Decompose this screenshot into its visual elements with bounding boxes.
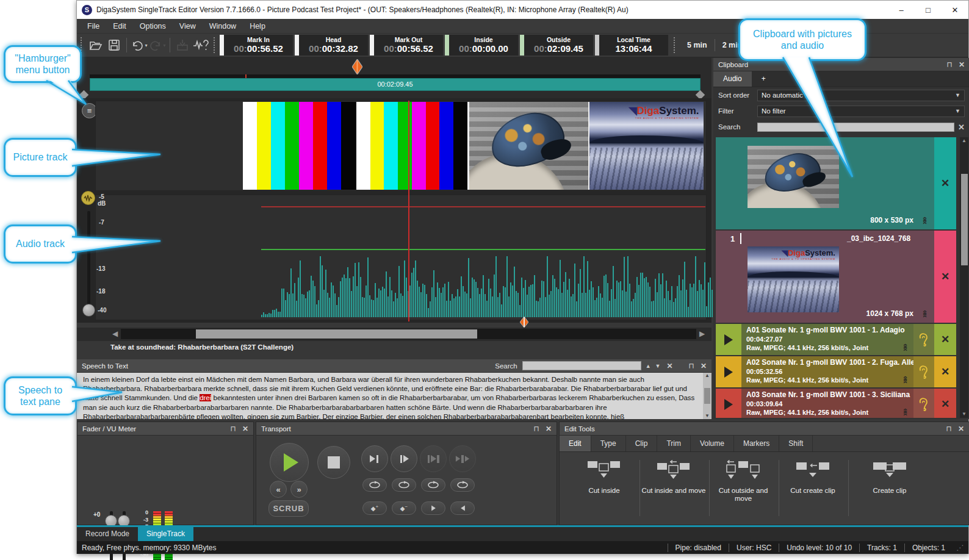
stop-button[interactable]: [317, 446, 350, 479]
maximize-button[interactable]: □: [915, 1, 942, 19]
volume-envelope-line[interactable]: [261, 249, 705, 250]
close-button[interactable]: ✕: [942, 1, 968, 19]
search-prev-icon[interactable]: ▲: [646, 363, 651, 369]
toolbar-grip2[interactable]: [214, 37, 217, 53]
tab-clip[interactable]: Clip: [626, 436, 658, 451]
colorbar-image-2[interactable]: [355, 102, 467, 190]
lizard-picture[interactable]: [467, 102, 589, 190]
delete-item-icon[interactable]: ✕: [934, 137, 956, 229]
speech-scrollbar[interactable]: ▲ ▼: [703, 373, 711, 419]
clipboard-scroll-down-icon[interactable]: ▼: [962, 411, 967, 418]
loop-button-3[interactable]: [421, 478, 445, 492]
forward-button[interactable]: »: [290, 481, 308, 498]
speech-transcript[interactable]: In einem kleinen Dorf da lebte einst ein…: [77, 373, 703, 419]
edit-tools-pin-icon[interactable]: ⊓: [946, 425, 952, 433]
lizard-thumbnail[interactable]: [747, 146, 839, 208]
audio-track[interactable]: [95, 195, 707, 320]
track-gain-slider[interactable]: [87, 211, 90, 307]
play-from-mark-button[interactable]: [391, 445, 417, 472]
save-icon[interactable]: [105, 36, 123, 54]
time-field-mark-out[interactable]: Mark Out 00:00:56.52: [370, 35, 443, 56]
clipboard-scroll-up-icon[interactable]: ▲: [962, 137, 967, 145]
time-field-head[interactable]: Head 00:00:32.82: [295, 35, 368, 56]
menu-file[interactable]: File: [81, 19, 106, 34]
clipboard-item[interactable]: A01 Sonate Nr. 1 g-moll BWV 1001 - 1. Ad…: [716, 324, 956, 355]
tab-volume[interactable]: Volume: [691, 436, 734, 451]
fader-pin-icon[interactable]: ⊓: [231, 425, 236, 433]
tab-edit[interactable]: Edit: [560, 436, 591, 451]
time-field-local-time[interactable]: Local Time 13:06:44: [595, 35, 668, 56]
transport-pin-icon[interactable]: ⊓: [534, 425, 539, 433]
menu-edit[interactable]: Edit: [106, 19, 133, 34]
highlighted-word[interactable]: drei: [200, 394, 211, 401]
expand-icon[interactable]: ««: [920, 217, 929, 223]
next-marker-button[interactable]: [421, 501, 445, 515]
overview-duration-bar[interactable]: 00:02:09.45: [90, 78, 701, 91]
delete-item-icon[interactable]: ✕: [934, 231, 956, 323]
tab-markers[interactable]: Markers: [734, 436, 779, 451]
remove-marker-button[interactable]: ◆−: [392, 501, 416, 515]
open-icon[interactable]: [87, 36, 105, 54]
colorbar-image-1[interactable]: [243, 102, 355, 190]
pin-icon[interactable]: ⊓: [689, 362, 694, 370]
scrollbar-thumb[interactable]: [196, 329, 477, 339]
prelisten-ear-icon[interactable]: [913, 389, 934, 418]
speech-scroll-thumb[interactable]: [704, 388, 710, 404]
tab-record-mode[interactable]: Record Mode: [77, 527, 138, 541]
tab-trim[interactable]: Trim: [657, 436, 691, 451]
expand-icon[interactable]: ««: [901, 376, 910, 382]
play-item-button[interactable]: [716, 356, 741, 387]
create-clip-button[interactable]: Create clip: [857, 460, 922, 495]
time-field-mark-in[interactable]: Mark In 00:00:56.52: [220, 35, 293, 56]
toolbar-grip3[interactable]: [674, 37, 677, 53]
scroll-right-icon[interactable]: ▶: [699, 329, 705, 338]
expand-icon[interactable]: ««: [901, 408, 910, 414]
clipboard-item[interactable]: 800 x 530 px««✕: [716, 137, 956, 229]
play-to-mark-button[interactable]: [361, 445, 388, 472]
zoom-5min-button[interactable]: 5 min: [680, 41, 715, 49]
clipboard-item[interactable]: 1_03_ibc_1024_768◥DigaSystem.THE AUDIO &…: [716, 231, 956, 323]
menu-window[interactable]: Window: [203, 19, 243, 34]
prelisten-ear-icon[interactable]: [913, 324, 934, 355]
resize-grip-icon[interactable]: ⋰: [956, 544, 964, 552]
cut-outside-and-move-button[interactable]: Cut outside and move: [711, 460, 776, 503]
picture-track[interactable]: ◥DigaSystem.THE AUDIO & TV OPERATING SYS…: [95, 101, 707, 191]
speech-to-text-icon[interactable]: [192, 36, 210, 54]
clipboard-search-clear-icon[interactable]: ✕: [958, 123, 965, 132]
loop-button-2[interactable]: [392, 478, 416, 492]
clipboard-tab-audio[interactable]: Audio: [713, 71, 752, 87]
clipboard-close-icon[interactable]: ✕: [959, 60, 965, 69]
cut-inside-button[interactable]: Cut inside: [572, 460, 636, 495]
scrub-button[interactable]: SCRUB: [268, 500, 309, 517]
soundhead-marker-icon[interactable]: [520, 317, 528, 328]
play-item-button[interactable]: [716, 389, 741, 418]
scroll-left-icon[interactable]: ◀: [112, 329, 118, 338]
menu-options[interactable]: Options: [133, 19, 173, 34]
expand-icon[interactable]: ««: [920, 310, 929, 316]
loop-button-4[interactable]: [450, 478, 475, 492]
tab-shift[interactable]: Shift: [779, 436, 813, 451]
delete-item-icon[interactable]: ✕: [934, 324, 956, 355]
expand-icon[interactable]: ««: [901, 343, 910, 350]
clipboard-search-input[interactable]: [757, 123, 954, 132]
cut-inside-and-move-button[interactable]: Cut inside and move: [641, 460, 706, 495]
play-button[interactable]: [270, 443, 309, 482]
search-clear-icon[interactable]: ✕: [667, 362, 673, 370]
audio-waveform[interactable]: [261, 255, 724, 317]
edit-tools-close-icon[interactable]: ✕: [958, 425, 964, 433]
track-gain-knob[interactable]: [82, 304, 95, 317]
menu-view[interactable]: View: [173, 19, 203, 34]
audio-track-icon[interactable]: [81, 191, 95, 205]
fader-close-icon[interactable]: ✕: [242, 425, 248, 433]
minimize-button[interactable]: –: [888, 1, 915, 19]
prev-marker-button[interactable]: [450, 501, 475, 515]
speech-search-input[interactable]: [522, 361, 641, 370]
cut-create-clip-button[interactable]: Cut create clip: [780, 460, 845, 495]
search-next-icon[interactable]: ▼: [655, 363, 661, 369]
filter-dropdown[interactable]: No filter▼: [757, 106, 965, 117]
time-field-inside[interactable]: Inside 00:00:00.00: [445, 35, 518, 56]
playhead-line[interactable]: [408, 101, 409, 321]
tab-type[interactable]: Type: [591, 436, 626, 451]
time-field-outside[interactable]: Outside 00:02:09.45: [520, 35, 593, 56]
clipboard-scroll-thumb[interactable]: [961, 174, 968, 265]
